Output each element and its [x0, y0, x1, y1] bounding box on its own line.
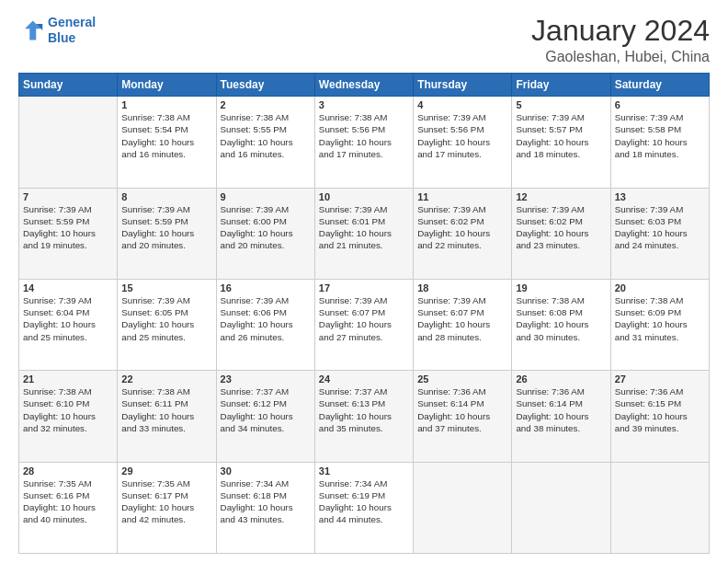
day-number: 17	[319, 282, 409, 293]
day-number: 2	[221, 99, 311, 110]
weekday-header-wednesday: Wednesday	[314, 74, 413, 97]
calendar-cell: 11Sunrise: 7:39 AM Sunset: 6:02 PM Dayli…	[414, 188, 512, 279]
day-info: Sunrise: 7:39 AM Sunset: 6:02 PM Dayligh…	[417, 203, 507, 252]
calendar-cell: 12Sunrise: 7:39 AM Sunset: 6:02 PM Dayli…	[512, 188, 610, 279]
calendar-cell: 4Sunrise: 7:39 AM Sunset: 5:56 PM Daylig…	[414, 97, 512, 188]
logo: General Blue	[18, 15, 96, 46]
logo-icon	[18, 17, 44, 43]
day-info: Sunrise: 7:36 AM Sunset: 6:14 PM Dayligh…	[516, 385, 606, 434]
calendar-cell: 2Sunrise: 7:38 AM Sunset: 5:55 PM Daylig…	[216, 97, 314, 188]
calendar-cell: 26Sunrise: 7:36 AM Sunset: 6:14 PM Dayli…	[512, 371, 610, 462]
day-info: Sunrise: 7:34 AM Sunset: 6:18 PM Dayligh…	[221, 477, 311, 526]
page: General Blue January 2024 Gaoleshan, Hub…	[0, 0, 728, 563]
day-number: 14	[23, 282, 113, 293]
calendar-cell: 17Sunrise: 7:39 AM Sunset: 6:07 PM Dayli…	[314, 279, 413, 370]
day-info: Sunrise: 7:39 AM Sunset: 5:59 PM Dayligh…	[121, 203, 211, 252]
calendar-cell	[19, 97, 118, 188]
calendar-cell: 3Sunrise: 7:38 AM Sunset: 5:56 PM Daylig…	[314, 97, 413, 188]
calendar-week-5: 28Sunrise: 7:35 AM Sunset: 6:16 PM Dayli…	[19, 462, 710, 553]
day-number: 18	[417, 282, 507, 293]
calendar-cell: 8Sunrise: 7:39 AM Sunset: 5:59 PM Daylig…	[118, 188, 216, 279]
day-info: Sunrise: 7:39 AM Sunset: 6:07 PM Dayligh…	[319, 294, 409, 343]
day-number: 6	[615, 99, 705, 110]
weekday-header-monday: Monday	[118, 74, 216, 97]
calendar-cell: 21Sunrise: 7:38 AM Sunset: 6:10 PM Dayli…	[19, 371, 118, 462]
calendar-cell: 29Sunrise: 7:35 AM Sunset: 6:17 PM Dayli…	[118, 462, 216, 553]
calendar-cell: 20Sunrise: 7:38 AM Sunset: 6:09 PM Dayli…	[610, 279, 709, 370]
calendar-cell: 14Sunrise: 7:39 AM Sunset: 6:04 PM Dayli…	[19, 279, 118, 370]
day-number: 26	[516, 373, 606, 385]
day-number: 16	[221, 282, 311, 293]
day-number: 7	[23, 191, 113, 202]
calendar-cell: 13Sunrise: 7:39 AM Sunset: 6:03 PM Dayli…	[610, 188, 709, 279]
calendar-table: SundayMondayTuesdayWednesdayThursdayFrid…	[18, 73, 710, 554]
day-info: Sunrise: 7:39 AM Sunset: 6:03 PM Dayligh…	[615, 203, 705, 252]
logo-general: General	[48, 15, 96, 29]
calendar-cell: 15Sunrise: 7:39 AM Sunset: 6:05 PM Dayli…	[118, 279, 216, 370]
day-info: Sunrise: 7:38 AM Sunset: 6:09 PM Dayligh…	[615, 294, 705, 343]
day-number: 10	[319, 191, 409, 202]
calendar-cell: 9Sunrise: 7:39 AM Sunset: 6:00 PM Daylig…	[216, 188, 314, 279]
calendar-week-2: 7Sunrise: 7:39 AM Sunset: 5:59 PM Daylig…	[19, 188, 710, 279]
day-info: Sunrise: 7:39 AM Sunset: 5:59 PM Dayligh…	[23, 203, 113, 252]
day-number: 3	[319, 99, 409, 110]
day-number: 11	[417, 191, 507, 202]
day-number: 9	[221, 191, 311, 202]
day-info: Sunrise: 7:39 AM Sunset: 6:05 PM Dayligh…	[121, 294, 211, 343]
calendar-cell	[414, 462, 512, 553]
calendar-week-4: 21Sunrise: 7:38 AM Sunset: 6:10 PM Dayli…	[19, 371, 710, 462]
calendar-cell: 31Sunrise: 7:34 AM Sunset: 6:19 PM Dayli…	[314, 462, 413, 553]
day-number: 24	[319, 373, 409, 385]
day-number: 27	[615, 373, 705, 385]
day-number: 5	[516, 99, 606, 110]
calendar-cell	[512, 462, 610, 553]
day-info: Sunrise: 7:36 AM Sunset: 6:15 PM Dayligh…	[615, 385, 705, 434]
day-number: 23	[221, 373, 311, 385]
day-info: Sunrise: 7:39 AM Sunset: 5:57 PM Dayligh…	[516, 111, 606, 160]
logo-text: General Blue	[48, 15, 96, 46]
day-info: Sunrise: 7:38 AM Sunset: 6:08 PM Dayligh…	[516, 294, 606, 343]
calendar-cell: 23Sunrise: 7:37 AM Sunset: 6:12 PM Dayli…	[216, 371, 314, 462]
day-number: 8	[121, 191, 211, 202]
day-info: Sunrise: 7:37 AM Sunset: 6:13 PM Dayligh…	[319, 385, 409, 434]
day-info: Sunrise: 7:37 AM Sunset: 6:12 PM Dayligh…	[221, 385, 311, 434]
calendar-cell: 19Sunrise: 7:38 AM Sunset: 6:08 PM Dayli…	[512, 279, 610, 370]
day-info: Sunrise: 7:39 AM Sunset: 5:56 PM Dayligh…	[417, 111, 507, 160]
calendar-cell: 30Sunrise: 7:34 AM Sunset: 6:18 PM Dayli…	[216, 462, 314, 553]
calendar-cell: 24Sunrise: 7:37 AM Sunset: 6:13 PM Dayli…	[314, 371, 413, 462]
calendar-week-1: 1Sunrise: 7:38 AM Sunset: 5:54 PM Daylig…	[19, 97, 710, 188]
day-info: Sunrise: 7:38 AM Sunset: 6:11 PM Dayligh…	[121, 385, 211, 434]
day-info: Sunrise: 7:36 AM Sunset: 6:14 PM Dayligh…	[417, 385, 507, 434]
weekday-header-saturday: Saturday	[610, 74, 709, 97]
title-block: January 2024 Gaoleshan, Hubei, China	[531, 15, 710, 65]
day-number: 31	[319, 465, 409, 477]
day-info: Sunrise: 7:34 AM Sunset: 6:19 PM Dayligh…	[319, 477, 409, 526]
day-info: Sunrise: 7:39 AM Sunset: 6:02 PM Dayligh…	[516, 203, 606, 252]
calendar-cell: 10Sunrise: 7:39 AM Sunset: 6:01 PM Dayli…	[314, 188, 413, 279]
weekday-header-thursday: Thursday	[414, 74, 512, 97]
day-number: 13	[615, 191, 705, 202]
calendar-cell: 1Sunrise: 7:38 AM Sunset: 5:54 PM Daylig…	[118, 97, 216, 188]
day-number: 12	[516, 191, 606, 202]
calendar-cell: 28Sunrise: 7:35 AM Sunset: 6:16 PM Dayli…	[19, 462, 118, 553]
day-info: Sunrise: 7:39 AM Sunset: 6:01 PM Dayligh…	[319, 203, 409, 252]
calendar-cell: 25Sunrise: 7:36 AM Sunset: 6:14 PM Dayli…	[414, 371, 512, 462]
day-info: Sunrise: 7:38 AM Sunset: 5:54 PM Dayligh…	[121, 111, 211, 160]
day-number: 22	[121, 373, 211, 385]
weekday-header-friday: Friday	[512, 74, 610, 97]
day-number: 4	[417, 99, 507, 110]
calendar-cell: 6Sunrise: 7:39 AM Sunset: 5:58 PM Daylig…	[610, 97, 709, 188]
day-info: Sunrise: 7:39 AM Sunset: 6:06 PM Dayligh…	[221, 294, 311, 343]
day-info: Sunrise: 7:38 AM Sunset: 5:55 PM Dayligh…	[221, 111, 311, 160]
day-number: 21	[23, 373, 113, 385]
day-number: 19	[516, 282, 606, 293]
calendar-header-row: SundayMondayTuesdayWednesdayThursdayFrid…	[19, 74, 710, 97]
day-info: Sunrise: 7:38 AM Sunset: 5:56 PM Dayligh…	[319, 111, 409, 160]
day-info: Sunrise: 7:38 AM Sunset: 6:10 PM Dayligh…	[23, 385, 113, 434]
calendar-cell	[610, 462, 709, 553]
svg-marker-0	[25, 20, 41, 40]
weekday-header-tuesday: Tuesday	[216, 74, 314, 97]
day-number: 20	[615, 282, 705, 293]
calendar-cell: 5Sunrise: 7:39 AM Sunset: 5:57 PM Daylig…	[512, 97, 610, 188]
day-info: Sunrise: 7:39 AM Sunset: 6:07 PM Dayligh…	[417, 294, 507, 343]
